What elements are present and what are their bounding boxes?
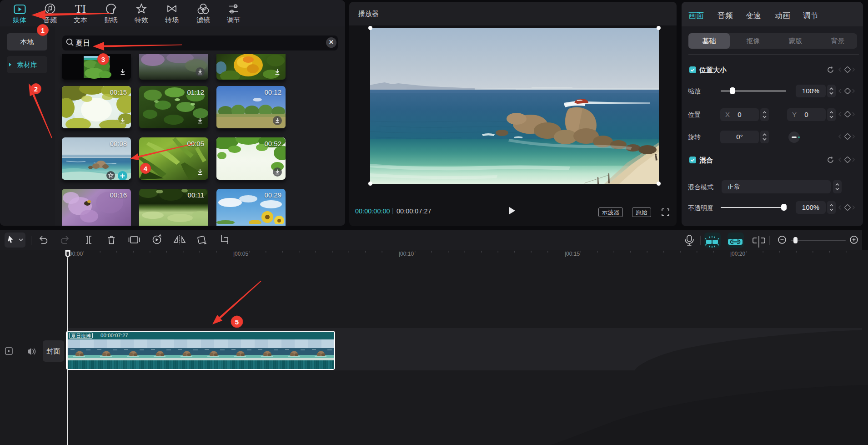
svg-text:2: 2 [34, 85, 38, 93]
svg-text:3: 3 [101, 56, 105, 63]
svg-text:1: 1 [41, 26, 45, 34]
svg-text:5: 5 [235, 318, 239, 326]
svg-text:4: 4 [144, 165, 148, 172]
